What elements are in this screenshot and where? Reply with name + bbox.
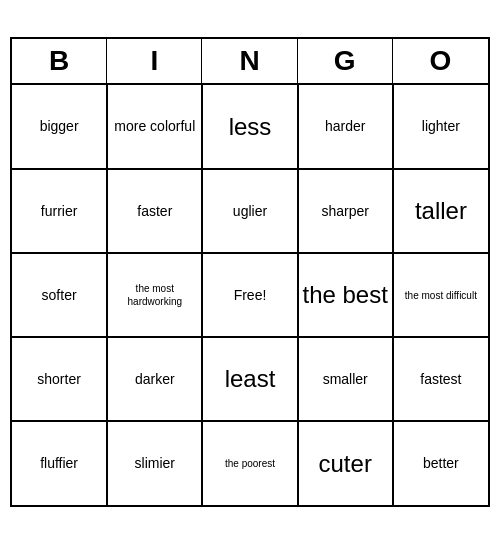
bingo-header: BINGO [12,39,488,85]
header-letter: B [12,39,107,83]
bingo-cell: taller [393,169,488,253]
bingo-cell: more colorful [107,85,202,169]
header-letter: I [107,39,202,83]
bingo-cell: sharper [298,169,393,253]
bingo-cell: smaller [298,337,393,421]
bingo-cell: darker [107,337,202,421]
bingo-cell: uglier [202,169,297,253]
bingo-card: BINGO biggermore colorfullessharderlight… [10,37,490,507]
bingo-cell: fluffier [12,421,107,505]
cell-text: furrier [41,202,78,220]
bingo-cell: better [393,421,488,505]
header-letter: G [298,39,393,83]
cell-text: sharper [321,202,368,220]
cell-text: shorter [37,370,81,388]
bingo-cell: slimier [107,421,202,505]
bingo-cell: furrier [12,169,107,253]
cell-text: more colorful [114,117,195,135]
header-letter: O [393,39,488,83]
cell-text: smaller [323,370,368,388]
cell-text: Free! [234,286,267,304]
cell-text: the best [302,279,387,310]
bingo-cell: shorter [12,337,107,421]
cell-text: softer [42,286,77,304]
bingo-cell: softer [12,253,107,337]
bingo-cell: faster [107,169,202,253]
bingo-cell: the best [298,253,393,337]
header-letter: N [202,39,297,83]
cell-text: uglier [233,202,267,220]
cell-text: darker [135,370,175,388]
bingo-cell: cuter [298,421,393,505]
cell-text: fastest [420,370,461,388]
cell-text: bigger [40,117,79,135]
bingo-cell: Free! [202,253,297,337]
bingo-cell: harder [298,85,393,169]
bingo-grid: biggermore colorfullessharderlighterfurr… [12,85,488,505]
bingo-cell: the most difficult [393,253,488,337]
cell-text: less [229,111,272,142]
cell-text: the most difficult [405,289,477,302]
bingo-cell: bigger [12,85,107,169]
cell-text: taller [415,195,467,226]
cell-text: faster [137,202,172,220]
cell-text: least [225,363,276,394]
cell-text: lighter [422,117,460,135]
cell-text: slimier [135,454,175,472]
cell-text: better [423,454,459,472]
cell-text: harder [325,117,365,135]
cell-text: the poorest [225,457,275,470]
bingo-cell: less [202,85,297,169]
bingo-cell: lighter [393,85,488,169]
bingo-cell: least [202,337,297,421]
cell-text: cuter [319,448,372,479]
bingo-cell: fastest [393,337,488,421]
cell-text: fluffier [40,454,78,472]
bingo-cell: the poorest [202,421,297,505]
cell-text: the most hardworking [111,282,198,308]
bingo-cell: the most hardworking [107,253,202,337]
